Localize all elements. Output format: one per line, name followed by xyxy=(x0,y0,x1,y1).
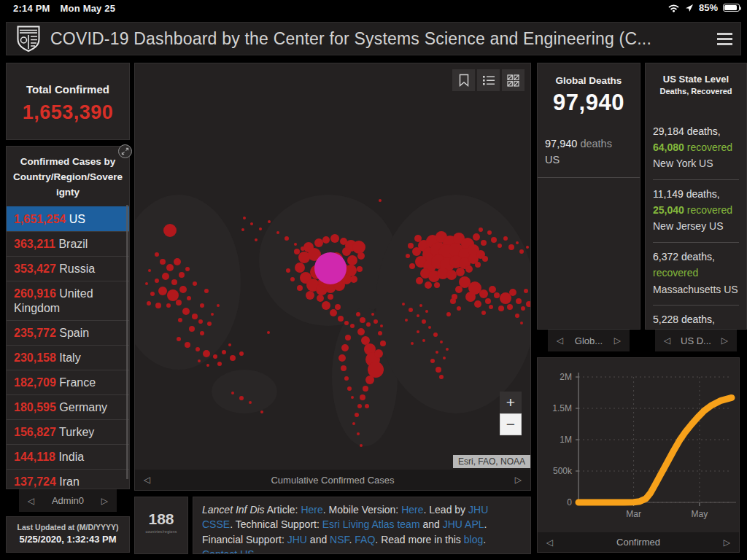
case-bubble[interactable] xyxy=(409,308,413,312)
case-bubble[interactable] xyxy=(328,294,333,300)
case-bubble[interactable] xyxy=(268,220,271,223)
case-bubble[interactable] xyxy=(479,289,488,298)
case-bubble[interactable] xyxy=(198,359,201,362)
case-bubble[interactable] xyxy=(355,413,359,417)
case-bubble[interactable] xyxy=(243,217,246,219)
case-bubble[interactable] xyxy=(155,279,159,283)
case-bubble[interactable] xyxy=(314,238,323,247)
case-bubble[interactable] xyxy=(411,342,414,345)
link-esri-living-atlas-team[interactable]: Esri Living Atlas team xyxy=(322,518,420,530)
state-item[interactable]: 5,228 deaths, 33,168 recovered xyxy=(653,306,739,330)
link-here[interactable]: Here xyxy=(301,504,322,516)
case-bubble[interactable] xyxy=(408,243,414,249)
case-bubble[interactable] xyxy=(360,394,365,400)
case-bubble[interactable] xyxy=(239,351,244,356)
case-bubble[interactable] xyxy=(500,292,511,304)
case-bubble[interactable] xyxy=(485,298,491,304)
case-bubble[interactable] xyxy=(368,362,384,378)
case-bubble[interactable] xyxy=(241,228,244,231)
case-bubble[interactable] xyxy=(487,230,492,235)
case-bubble[interactable] xyxy=(330,234,339,243)
case-bubble[interactable] xyxy=(297,285,303,291)
case-bubble[interactable] xyxy=(171,279,177,285)
case-bubble[interactable] xyxy=(516,241,519,244)
case-bubble[interactable] xyxy=(145,282,148,285)
case-bubble[interactable] xyxy=(503,236,508,241)
case-bubble[interactable] xyxy=(347,386,352,391)
case-bubble[interactable] xyxy=(498,244,502,248)
case-bubble[interactable] xyxy=(228,343,231,346)
case-bubble[interactable] xyxy=(148,269,151,272)
country-row-turkey[interactable]: 156,827 Turkey xyxy=(7,419,129,444)
prev-page-arrow[interactable]: ◁ xyxy=(546,537,553,548)
case-bubble[interactable] xyxy=(187,296,191,300)
case-bubble[interactable] xyxy=(211,313,214,316)
case-bubble[interactable] xyxy=(294,249,300,254)
link-contact-us[interactable]: Contact US xyxy=(202,548,255,554)
case-bubble[interactable] xyxy=(433,332,438,337)
legend-icon[interactable] xyxy=(477,69,500,91)
case-bubble[interactable] xyxy=(207,322,212,326)
case-bubble[interactable] xyxy=(379,199,382,202)
case-bubble[interactable] xyxy=(267,331,270,334)
case-bubble[interactable] xyxy=(371,313,374,316)
case-bubble[interactable] xyxy=(352,422,355,425)
case-bubble[interactable] xyxy=(494,292,500,298)
case-bubble[interactable] xyxy=(360,317,365,323)
next-page-arrow[interactable]: ▷ xyxy=(721,335,728,346)
case-bubble[interactable] xyxy=(374,349,383,358)
next-page-arrow[interactable]: ▷ xyxy=(614,335,621,346)
case-bubble[interactable] xyxy=(365,376,374,384)
case-bubble[interactable] xyxy=(475,262,481,268)
case-bubble[interactable] xyxy=(222,350,226,354)
link-jhu[interactable]: JHU xyxy=(287,534,307,545)
case-bubble[interactable] xyxy=(179,272,185,278)
case-bubble[interactable] xyxy=(436,351,438,354)
state-item[interactable]: 29,184 deaths, 64,080 recoveredNew York … xyxy=(653,117,739,180)
case-bubble[interactable] xyxy=(185,267,190,271)
case-bubble[interactable] xyxy=(417,330,419,333)
case-bubble[interactable] xyxy=(350,276,357,283)
case-bubble[interactable] xyxy=(338,354,346,362)
case-bubble[interactable] xyxy=(322,236,330,244)
case-bubble[interactable] xyxy=(507,304,513,310)
country-row-russia[interactable]: 353,427 Russia xyxy=(7,256,129,281)
case-bubble[interactable] xyxy=(217,304,220,307)
case-bubble[interactable] xyxy=(526,246,529,249)
case-bubble[interactable] xyxy=(446,348,449,351)
case-bubble[interactable] xyxy=(306,291,314,300)
case-bubble[interactable] xyxy=(147,301,151,306)
case-bubble[interactable] xyxy=(250,222,253,225)
case-bubble[interactable] xyxy=(179,286,187,293)
case-bubble[interactable] xyxy=(158,287,167,295)
prev-page-arrow[interactable]: ◁ xyxy=(144,475,150,485)
case-bubble[interactable] xyxy=(192,314,198,319)
case-bubble[interactable] xyxy=(473,233,480,241)
case-bubble[interactable] xyxy=(160,259,166,265)
confirmed-trend-chart[interactable]: 0500k1M1.5M2MMarMay xyxy=(538,358,739,532)
case-bubble[interactable] xyxy=(174,258,181,265)
prev-page-arrow[interactable]: ◁ xyxy=(664,335,670,346)
case-bubble[interactable] xyxy=(322,301,330,310)
case-bubble[interactable] xyxy=(446,312,451,316)
case-bubble[interactable] xyxy=(430,359,435,363)
case-bubble[interactable] xyxy=(193,281,197,286)
case-bubble[interactable] xyxy=(428,326,431,329)
case-bubble[interactable] xyxy=(519,249,524,254)
case-bubble[interactable] xyxy=(342,247,351,256)
case-bubble[interactable] xyxy=(434,282,440,288)
case-bubble[interactable] xyxy=(457,306,461,311)
case-bubble[interactable] xyxy=(162,273,169,280)
state-item[interactable]: 6,372 deaths, recoveredMassachusetts US xyxy=(653,243,739,306)
case-bubble[interactable] xyxy=(285,236,289,241)
case-bubble[interactable] xyxy=(255,238,258,241)
case-bubble[interactable] xyxy=(344,376,349,381)
case-bubble[interactable] xyxy=(360,444,363,447)
case-bubble[interactable] xyxy=(189,326,195,332)
case-bubble[interactable] xyxy=(260,411,263,413)
case-bubble[interactable] xyxy=(357,432,360,435)
case-bubble[interactable] xyxy=(231,392,234,394)
link-faq[interactable]: FAQ xyxy=(355,534,375,545)
case-bubble[interactable] xyxy=(290,277,295,281)
case-bubble[interactable] xyxy=(230,355,236,361)
